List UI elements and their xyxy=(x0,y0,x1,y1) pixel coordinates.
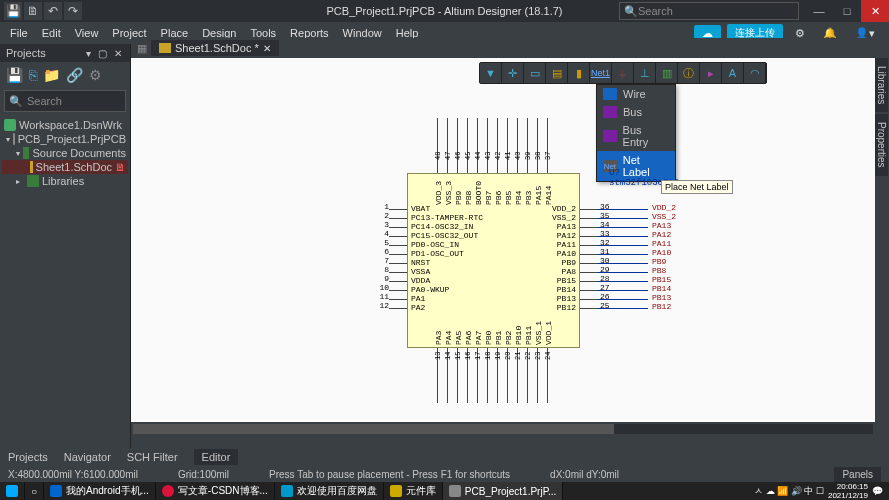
filter-icon[interactable]: ▼ xyxy=(480,63,502,83)
search-win-icon[interactable]: ○ xyxy=(25,482,44,500)
place-bus[interactable]: Bus xyxy=(597,103,675,121)
title-bar: 💾 🗎 ↶ ↷ PCB_Project1.PrjPCB - Altium Des… xyxy=(0,0,889,22)
redo-icon[interactable]: ↷ xyxy=(64,2,82,20)
place-bus-entry[interactable]: Bus Entry xyxy=(597,121,675,151)
designator[interactable]: U? xyxy=(609,168,620,178)
h-scrollbar[interactable] xyxy=(131,422,875,436)
bottom-tab-editor[interactable]: Editor xyxy=(194,449,239,465)
close-tab-icon[interactable]: ✕ xyxy=(263,43,271,54)
windows-taskbar: ○ 我的Android手机... 写文章-CSDN博客... 欢迎使用百度网盘 … xyxy=(0,482,889,500)
align-icon[interactable]: ▤ xyxy=(546,63,568,83)
document-tabs: ▦ Sheet1.SchDoc *✕ xyxy=(131,38,889,58)
link-icon[interactable]: 🔗 xyxy=(66,67,83,83)
libraries-tab[interactable]: Libraries xyxy=(875,58,888,112)
save-icon[interactable]: 💾 xyxy=(6,67,23,83)
probe-icon[interactable]: ▸ xyxy=(700,63,722,83)
tab-list-icon[interactable]: ▦ xyxy=(137,42,147,55)
notif-icon[interactable]: 💬 xyxy=(872,486,883,496)
gnd-icon[interactable]: ⏚ xyxy=(612,63,634,83)
menu-edit[interactable]: Edit xyxy=(36,25,67,41)
global-search-input[interactable]: 🔍 Search xyxy=(619,2,799,20)
schematic-icon xyxy=(159,43,171,53)
task-item[interactable]: 写文章-CSDN博客... xyxy=(156,482,275,500)
system-tray[interactable]: ㅅ ☁ 📶 🔊 中 ☐ 20:06:152021/12/19 💬 xyxy=(754,482,889,500)
status-bar: X:4800.000mil Y:6100.000mil Grid:100mil … xyxy=(0,466,889,482)
projects-panel: Projects ▾ ▢ ✕ 💾 ⎘ 📁 🔗 ⚙ 🔍 Search Worksp… xyxy=(0,44,131,460)
status-coords: X:4800.000mil Y:6100.000mil xyxy=(8,469,138,480)
task-item[interactable]: 元件库 xyxy=(384,482,443,500)
projects-tree: Workspace1.DsnWrk ▾PCB_Project1.PrjPCB ▾… xyxy=(0,114,130,192)
document-tab[interactable]: Sheet1.SchDoc *✕ xyxy=(151,40,279,56)
libraries-node[interactable]: ▸Libraries xyxy=(2,174,128,188)
compile-icon[interactable]: ⎘ xyxy=(29,67,37,83)
menu-file[interactable]: File xyxy=(4,25,34,41)
status-hint: Press Tab to pause placement - Press F1 … xyxy=(269,469,510,480)
bottom-tabs: Projects Navigator SCH Filter Editor xyxy=(0,448,889,466)
status-delta: dX:0mil dY:0mil xyxy=(550,469,619,480)
task-item[interactable]: PCB_Project1.PrjP... xyxy=(443,482,564,500)
properties-tab[interactable]: Properties xyxy=(875,114,888,176)
move-icon[interactable]: ✛ xyxy=(502,63,524,83)
sheet-node[interactable]: Sheet1.SchDoc🗎 xyxy=(2,160,128,174)
active-bar: ▼ ✛ ▭ ▤ ▮ Net1 ⏚ ⊥ ▥ ⓘ ▸ A ◠ xyxy=(479,62,767,84)
undo-icon[interactable]: ↶ xyxy=(44,2,62,20)
bottom-tab-projects[interactable]: Projects xyxy=(0,449,56,465)
right-panel-tabs: Libraries Properties xyxy=(875,58,889,456)
text-icon[interactable]: A xyxy=(722,63,744,83)
task-item[interactable]: 我的Android手机... xyxy=(44,482,156,500)
sheet-symbol-icon[interactable]: ▥ xyxy=(656,63,678,83)
netlabel-tool-button[interactable]: Net1 xyxy=(590,63,612,83)
projects-toolbar: 💾 ⎘ 📁 🔗 ⚙ xyxy=(0,62,130,88)
directive-icon[interactable]: ⓘ xyxy=(678,63,700,83)
minimize-button[interactable]: — xyxy=(805,0,833,22)
task-item[interactable]: 欢迎使用百度网盘 xyxy=(275,482,384,500)
maximize-button[interactable]: □ xyxy=(833,0,861,22)
gear-icon[interactable]: ⚙ xyxy=(89,67,102,83)
place-tooltip: Place Net Label xyxy=(661,180,733,194)
panel-controls[interactable]: ▾ ▢ ✕ xyxy=(86,48,124,59)
workspace-node[interactable]: Workspace1.DsnWrk xyxy=(2,118,128,132)
panels-button[interactable]: Panels xyxy=(834,467,881,482)
app-title: PCB_Project1.PrjPCB - Altium Designer (1… xyxy=(327,5,563,17)
bottom-tab-schfilter[interactable]: SCH Filter xyxy=(119,449,186,465)
project-node[interactable]: ▾PCB_Project1.PrjPCB xyxy=(2,132,128,146)
clock: 20:06:152021/12/19 xyxy=(828,482,868,500)
document-area: ▦ Sheet1.SchDoc *✕ ▼ ✛ ▭ ▤ ▮ Net1 ⏚ ⊥ ▥ … xyxy=(131,38,889,436)
place-dropdown: Wire Bus Bus Entry NetNet Label xyxy=(596,84,676,182)
save-all-icon[interactable]: 🗎 xyxy=(24,2,42,20)
place-wire[interactable]: Wire xyxy=(597,85,675,103)
source-docs-node[interactable]: ▾Source Documents xyxy=(2,146,128,160)
power-icon[interactable]: ⊥ xyxy=(634,63,656,83)
draw-icon[interactable]: ◠ xyxy=(744,63,766,83)
projects-panel-header: Projects ▾ ▢ ✕ xyxy=(0,44,130,62)
folder-icon[interactable]: 📁 xyxy=(43,67,60,83)
start-button[interactable] xyxy=(0,482,25,500)
status-grid: Grid:100mil xyxy=(178,469,229,480)
select-rect-icon[interactable]: ▭ xyxy=(524,63,546,83)
menu-view[interactable]: View xyxy=(69,25,105,41)
place-part-icon[interactable]: ▮ xyxy=(568,63,590,83)
close-button[interactable]: ✕ xyxy=(861,0,889,22)
projects-search-input[interactable]: 🔍 Search xyxy=(4,90,126,112)
schematic-canvas[interactable]: ▼ ✛ ▭ ▤ ▮ Net1 ⏚ ⊥ ▥ ⓘ ▸ A ◠ Wire Bus Bu… xyxy=(131,58,875,420)
save-icon[interactable]: 💾 xyxy=(4,2,22,20)
bottom-tab-navigator[interactable]: Navigator xyxy=(56,449,119,465)
